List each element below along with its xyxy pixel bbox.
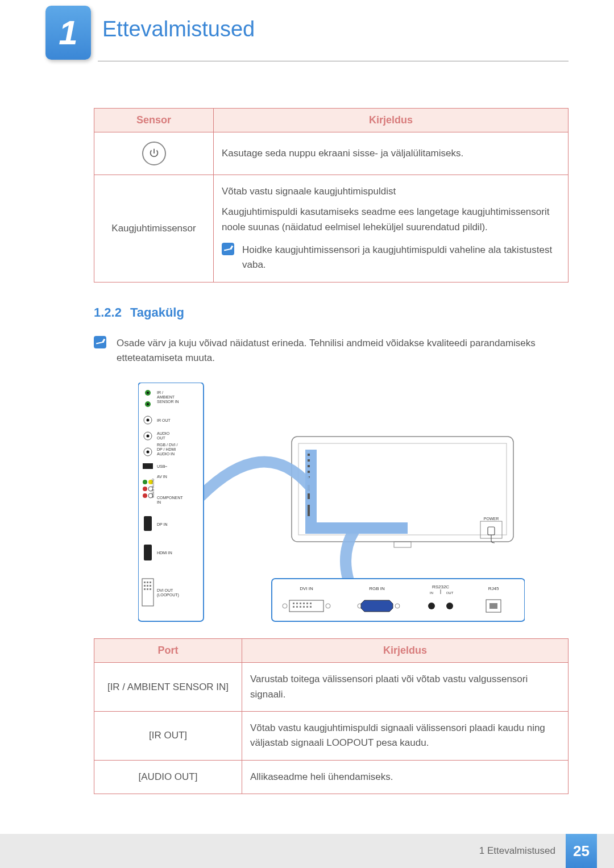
chapter-number-tab: 1 [45,6,91,60]
rear-panel-diagram: POWER IR /AMBIENTSENSOR IN IR OUT [138,383,525,627]
power-icon [142,142,166,165]
svg-rect-55 [150,582,151,583]
svg-text:AUDIO IN: AUDIO IN [157,452,175,456]
svg-point-24 [146,419,149,422]
svg-rect-11 [308,493,310,499]
subsection-title: Tagakülg [130,305,184,320]
svg-text:RJ45: RJ45 [488,586,499,591]
svg-text:USB⎓: USB⎓ [157,464,168,468]
sensor-table-row: Kaugjuhtimissensor Võtab vastu signaale … [94,175,569,283]
svg-rect-61 [150,588,151,590]
subsection-number: 1.2.2 [94,305,122,320]
svg-rect-7 [308,465,310,467]
port-table-row: [IR OUT] Võtab vastu kaugjuhtimispuldi s… [94,712,569,761]
port-desc: Võtab vastu kaugjuhtimispuldi signaali v… [242,712,569,761]
svg-rect-48 [144,516,152,531]
page-number: 25 [573,842,590,860]
remote-note-text: Hoidke kaugjuhtimissensori ja kaugjuhtim… [242,243,560,273]
svg-rect-54 [147,582,148,583]
port-table-row: [IR / AMBIENT SENSOR IN] Varustab toiteg… [94,663,569,712]
svg-text:AMBIENT: AMBIENT [157,395,175,399]
svg-point-17 [147,392,149,394]
svg-text:AUDIO: AUDIO [151,479,155,488]
svg-rect-69 [296,603,298,604]
svg-rect-78 [306,606,308,608]
svg-rect-8 [308,471,310,473]
port-table-header-desc: Kirjeldus [242,639,569,663]
svg-text:DVI OUT: DVI OUT [157,588,173,592]
svg-rect-53 [144,582,146,583]
svg-rect-57 [147,585,148,587]
svg-text:IN: IN [157,500,161,504]
svg-text:SENSOR IN: SENSOR IN [157,400,179,404]
svg-text:DP / HDMI: DP / HDMI [157,447,176,451]
page-number-box: 25 [566,834,597,868]
svg-text:RGB / DVI /: RGB / DVI / [157,443,178,447]
remote-desc-line2: Kaugjuhtimispuldi kasutamiseks seadme ee… [222,205,560,235]
svg-rect-35 [143,463,153,469]
svg-point-31 [146,451,149,454]
svg-rect-75 [296,606,298,608]
svg-point-38 [143,480,147,484]
sensor-desc-power: Kasutage seda nuppu ekraani sisse- ja vä… [214,132,569,175]
svg-rect-5 [308,454,310,456]
subsection-note-row: Osade värv ja kuju võivad näidatust erin… [94,336,569,366]
port-name: [AUDIO OUT] [94,760,242,794]
svg-rect-58 [150,585,151,587]
svg-point-88 [428,603,435,609]
subsection-note-text: Osade värv ja kuju võivad näidatust erin… [117,336,569,366]
svg-rect-60 [147,588,148,590]
svg-rect-92 [489,603,497,609]
svg-text:DP IN: DP IN [157,522,168,526]
remote-desc-line1: Võtab vastu signaale kaugjuhtimispuldist [222,184,560,199]
page-footer: 1 Ettevalmistused 25 [0,834,614,868]
svg-point-40 [143,487,147,491]
svg-rect-56 [144,585,146,587]
sensor-cell-remote: Kaugjuhtimissensor [94,175,214,283]
svg-text:(LOOPOUT): (LOOPOUT) [157,593,179,597]
content-area: Sensor Kirjeldus Kasutage seda nuppu ekr… [94,108,569,794]
port-table-row: [AUDIO OUT] Allikaseadme heli ühendamise… [94,760,569,794]
svg-rect-73 [310,603,312,604]
port-desc: Varustab toitega välissensori plaati või… [242,663,569,712]
svg-text:AUDIO: AUDIO [157,431,170,435]
svg-rect-2 [394,542,411,547]
svg-rect-6 [308,459,310,462]
svg-text:OUT: OUT [446,591,453,595]
svg-rect-77 [303,606,305,608]
svg-text:IR OUT: IR OUT [157,418,171,422]
sensor-table: Sensor Kirjeldus Kasutage seda nuppu ekr… [94,108,569,283]
sensor-cell-power [94,132,214,175]
svg-rect-70 [300,603,301,604]
svg-text:DVI IN: DVI IN [300,586,313,591]
subsection-heading: 1.2.2 Tagakülg [94,305,569,320]
note-icon [222,243,234,255]
svg-rect-14 [488,527,495,535]
svg-point-27 [146,435,149,438]
svg-rect-72 [306,603,308,604]
remote-note-row: Hoidke kaugjuhtimissensori ja kaugjuhtim… [222,243,560,273]
port-name: [IR / AMBIENT SENSOR IN] [94,663,242,712]
svg-rect-59 [144,588,146,590]
sensor-table-header-desc: Kirjeldus [214,109,569,132]
svg-rect-71 [303,603,305,604]
chapter-number: 1 [59,13,77,52]
svg-rect-79 [310,606,312,608]
svg-text:RS232C: RS232C [432,584,449,589]
header-divider [98,61,569,61]
note-icon [94,336,106,348]
svg-text:RGB IN: RGB IN [369,586,385,591]
svg-text:COMPONENT: COMPONENT [157,496,183,500]
svg-rect-68 [293,603,294,604]
svg-point-89 [446,603,453,609]
svg-rect-76 [300,606,301,608]
port-desc: Allikaseadme heli ühendamiseks. [242,760,569,794]
svg-text:IR /: IR / [157,391,163,394]
chapter-title: Ettevalmistused [102,17,255,41]
diagram-label-power: POWER [483,517,498,521]
port-table: Port Kirjeldus [IR / AMBIENT SENSOR IN] … [94,638,569,794]
svg-text:AV IN: AV IN [157,475,167,479]
svg-rect-74 [293,606,294,608]
svg-text:HDMI IN: HDMI IN [157,551,172,555]
footer-text: 1 Ettevalmistused [479,845,555,857]
